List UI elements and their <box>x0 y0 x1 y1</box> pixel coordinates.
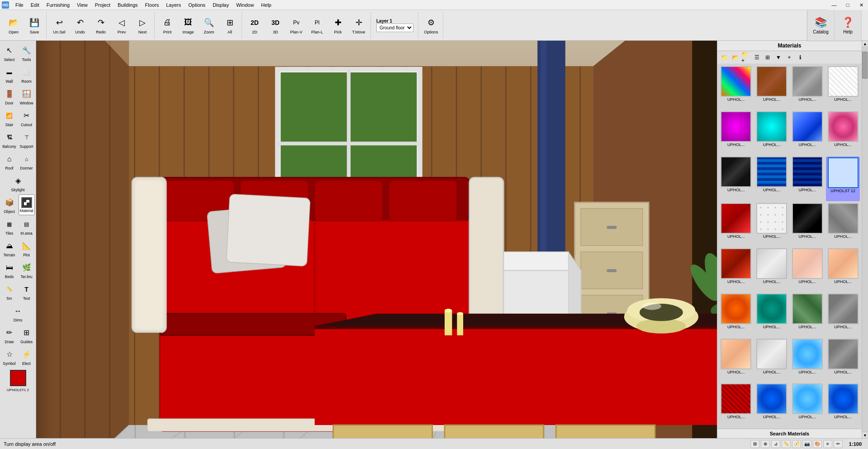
material-item-27[interactable]: UPHOL... <box>791 339 825 382</box>
scrollbar-up-button[interactable]: ▲ <box>862 41 868 47</box>
material-item-29[interactable]: UPHOL... <box>719 383 753 427</box>
close-button[interactable]: ✕ <box>854 0 868 10</box>
material-item-4[interactable]: UPHOL... <box>826 66 860 109</box>
material-item-18[interactable]: UPHOL... <box>755 248 789 292</box>
mat-folder-open-icon[interactable]: 📂 <box>730 52 740 62</box>
room-tool[interactable]: ⬜ Room <box>19 64 35 85</box>
text-tool[interactable]: T Text <box>19 281 35 302</box>
balcony-tool[interactable]: 🏗 Balcony <box>1 129 18 150</box>
unsel-button[interactable]: ↩ Un.Sel <box>49 14 69 37</box>
mat-filter-icon[interactable]: ▼ <box>773 52 783 62</box>
menu-file[interactable]: File <box>12 1 27 9</box>
menu-project[interactable]: Project <box>91 1 114 9</box>
material-item-14[interactable]: UPHOL... <box>755 203 789 246</box>
window-tool[interactable]: 🪟 Window <box>19 86 35 107</box>
material-tool[interactable]: Material <box>19 194 35 215</box>
statusbar-grid-btn[interactable]: ⊞ <box>750 440 759 448</box>
tools-tool[interactable]: 🔧 Tools <box>19 43 35 63</box>
next-button[interactable]: ▷ Next <box>133 14 152 37</box>
mat-grid-icon[interactable]: ⊞ <box>763 52 773 62</box>
scrollbar-thumb[interactable] <box>862 52 868 79</box>
dormer-tool[interactable]: ⌂ Dormer <box>19 151 35 172</box>
guides-tool[interactable]: ⊞ Guides <box>19 325 35 345</box>
material-item-20[interactable]: UPHOL... <box>826 248 860 292</box>
symbol-tool[interactable]: ☆ Symbol <box>1 346 18 367</box>
wall-tool[interactable]: ▬ Wall <box>1 64 18 85</box>
2d-button[interactable]: 2D 2D <box>245 14 265 37</box>
5m-tool[interactable]: 📏 5m <box>1 281 18 302</box>
options-button[interactable]: ⚙ Options <box>421 14 441 37</box>
material-item-13[interactable]: UPHOL... <box>719 203 753 246</box>
material-item-12[interactable]: UPHOLST 12 <box>826 156 860 202</box>
plot-tool[interactable]: 📐 Plot <box>19 238 35 259</box>
roof-tool[interactable]: ⌂ Roof <box>1 151 18 172</box>
support-tool[interactable]: ⊤ Support <box>19 129 35 150</box>
tmove-button[interactable]: ✛ T.Move <box>349 14 369 37</box>
help-button[interactable]: ❓ Help <box>835 10 862 41</box>
object-tool[interactable]: 📦 Object <box>1 194 18 215</box>
terrain-tool[interactable]: ⛰ Terrain <box>1 238 18 259</box>
statusbar-layer-btn[interactable]: ≡ <box>823 440 832 448</box>
statusbar-cam-btn[interactable]: 📷 <box>802 440 811 448</box>
statusbar-annotate-btn[interactable]: ✏ <box>834 440 843 448</box>
maximize-button[interactable]: □ <box>841 0 854 10</box>
material-item-31[interactable]: UPHOL... <box>791 383 825 427</box>
viewport[interactable] <box>36 41 717 438</box>
material-item-8[interactable]: UPHOL... <box>826 111 860 155</box>
material-item-7[interactable]: UPHOL... <box>791 111 825 155</box>
menu-floors[interactable]: Floors <box>142 1 163 9</box>
menu-display[interactable]: Display <box>209 1 232 9</box>
planv-button[interactable]: Pv Plan-V <box>286 14 306 37</box>
material-item-5[interactable]: UPHOL... <box>719 111 753 155</box>
statusbar-render-btn[interactable]: 🎨 <box>813 440 822 448</box>
material-item-24[interactable]: UPHOL... <box>826 293 860 337</box>
dims-tool[interactable]: ↔ Dims <box>10 303 26 324</box>
scrollbar-track[interactable] <box>862 47 868 432</box>
catalog-button[interactable]: 📚 Catalog <box>807 10 835 41</box>
elect-tool[interactable]: ⚡ Elect <box>19 346 35 367</box>
material-item-21[interactable]: UPHOL... <box>719 293 753 337</box>
menu-window[interactable]: Window <box>232 1 257 9</box>
material-item-15[interactable]: UPHOL... <box>791 203 825 246</box>
material-item-26[interactable]: UPHOL... <box>755 339 789 382</box>
select-tool[interactable]: ↖ Select <box>1 43 18 63</box>
menu-options[interactable]: Options <box>185 1 209 9</box>
pick-button[interactable]: ✚ Pick <box>328 14 348 37</box>
skylight-tool[interactable]: ◈ Skylight <box>10 173 26 194</box>
prev-button[interactable]: ◁ Prev <box>112 14 132 37</box>
cutout-tool[interactable]: ✂ Cutout <box>19 108 35 128</box>
statusbar-measure-btn[interactable]: 📏 <box>782 440 791 448</box>
minimize-button[interactable]: — <box>827 0 841 10</box>
image-button[interactable]: 🖼 Image <box>178 14 198 37</box>
planl-button[interactable]: Pl Plan-L <box>307 14 327 37</box>
statusbar-ortho-btn[interactable]: ⊿ <box>771 440 780 448</box>
scrollbar-down-button[interactable]: ▼ <box>862 432 868 438</box>
menu-view[interactable]: View <box>73 1 91 9</box>
door-tool[interactable]: 🚪 Door <box>1 86 18 107</box>
materials-search-button[interactable]: Search Materials <box>717 429 862 438</box>
draw-tool[interactable]: ✏ Draw <box>1 325 18 345</box>
mat-list-icon[interactable]: ☰ <box>752 52 762 62</box>
statusbar-snap-btn[interactable]: ⊕ <box>761 440 770 448</box>
mat-info-icon[interactable]: ℹ <box>795 52 805 62</box>
mat-folder-icon[interactable]: 📁 <box>719 52 729 62</box>
open-button[interactable]: 📂 Open <box>4 14 24 37</box>
menu-help[interactable]: Help <box>257 1 275 9</box>
material-item-30[interactable]: UPHOL... <box>755 383 789 427</box>
material-item-9[interactable]: UPHOL... <box>719 156 753 202</box>
save-button[interactable]: 💾 Save <box>24 14 44 37</box>
menu-edit[interactable]: Edit <box>27 1 43 9</box>
material-item-16[interactable]: UPHOL... <box>826 203 860 246</box>
material-item-10[interactable]: UPHOL... <box>755 156 789 202</box>
beds-tool[interactable]: 🛏 Beds <box>1 260 18 280</box>
mat-folder-new-icon[interactable]: 📁+ <box>741 52 751 62</box>
material-item-2[interactable]: UPHOL... <box>755 66 789 109</box>
stair-tool[interactable]: 📶 Stair <box>1 108 18 128</box>
material-item-17[interactable]: UPHOL... <box>719 248 753 292</box>
material-item-19[interactable]: UPHOL... <box>791 248 825 292</box>
zoom-all-button[interactable]: ⊞ All <box>220 14 240 37</box>
mat-add-icon[interactable]: + <box>784 52 794 62</box>
floor-select[interactable]: Ground floor <box>376 24 413 32</box>
material-item-23[interactable]: UPHOL... <box>791 293 825 337</box>
material-item-3[interactable]: UPHOL... <box>791 66 825 109</box>
